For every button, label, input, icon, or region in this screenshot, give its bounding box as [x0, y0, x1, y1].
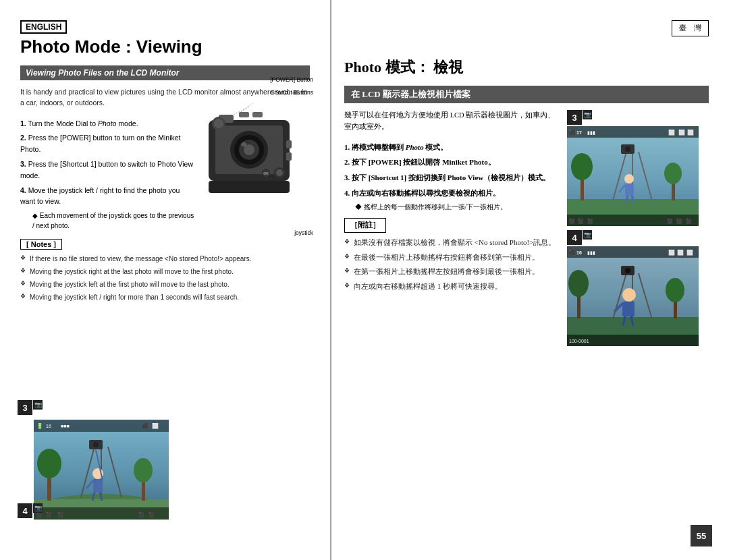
svg-text:⬛: ⬛: [676, 218, 682, 224]
svg-rect-8: [239, 112, 249, 117]
photo-4-container: 4 📷: [18, 503, 43, 518]
svg-text:🔋: 🔋: [36, 422, 43, 429]
right-steps: 1. 將模式轉盤轉到 Photo 模式。 2. 按下 [POWER] 按鈕以開啓…: [344, 141, 557, 213]
photo-frame-3-right: ⬛ 17 ▮▮▮ ⬜ ⬜ ⬜ ⬛ ⬛ ⬛ ⬛ ⬛: [567, 126, 699, 226]
camera-diagram: [POWER] Button Shortcut Buttons: [195, 74, 313, 236]
taiwan-badge: 臺 灣: [672, 20, 709, 36]
right-intro: 幾乎可以在任何地方方便地使用 LCD 顯示器檢視圖片，如車內、室內或室外。: [344, 110, 557, 133]
svg-text:⬜: ⬜: [152, 422, 159, 429]
svg-text:▮▮▮: ▮▮▮: [587, 130, 595, 135]
notes-header-left: [ Notes ]: [20, 239, 62, 250]
svg-point-11: [214, 119, 223, 128]
svg-text:⬜: ⬜: [678, 129, 685, 136]
svg-point-84: [568, 270, 589, 297]
svg-line-20: [241, 103, 252, 112]
photo-svg-4-right: ⬛ 16 ▮▮▮ ⬜ ⬜ ⬜ 100-0001: [567, 246, 699, 346]
svg-rect-13: [286, 140, 292, 148]
right-step-1: 1. 將模式轉盤轉到 Photo 模式。: [344, 141, 557, 154]
svg-rect-63: [625, 184, 634, 196]
svg-text:16: 16: [46, 424, 51, 428]
svg-text:▮▮▮: ▮▮▮: [587, 250, 595, 255]
svg-text:⬛: ⬛: [57, 511, 63, 517]
svg-text:⬛: ⬛: [46, 511, 52, 517]
svg-text:⬜: ⬜: [687, 129, 694, 136]
svg-text:17: 17: [576, 130, 582, 135]
shortcut-label: Shortcut Buttons: [195, 87, 313, 99]
right-note-1: 如果沒有儲存檔案以檢視，將會顯示 <No stored Photo!>訊息。: [344, 237, 557, 249]
svg-point-91: [625, 268, 630, 273]
right-step-4: 4. 向左或向右移動搖桿以尋找您要檢視的相片。: [344, 187, 557, 200]
step-4-sub: ◆ Each movement of the joystick goes to …: [20, 211, 195, 231]
step-2-num: 2.: [20, 134, 26, 142]
counter-text: 100-0001: [569, 339, 589, 343]
svg-point-61: [625, 146, 630, 152]
photo-frame-3: 🔋 16 ■■■ ⬛ ⬜ ⬛ ⬛ ⬛ ⬛ ⬛: [34, 420, 169, 520]
svg-text:⬛: ⬛: [142, 422, 148, 429]
svg-point-86: [666, 278, 684, 302]
step-1: 1. Turn the Mode Dial to Photo mode.: [20, 118, 195, 130]
right-photo-3: 3 📷: [567, 110, 709, 226]
step-2: 2. Press the [POWER] button to turn on t…: [20, 132, 195, 155]
svg-point-25: [37, 449, 61, 478]
svg-text:OK: OK: [263, 171, 269, 175]
right-cam-icon-4: 📷: [583, 230, 592, 240]
right-note-2: 在最後一張相片上移動搖桿右按鈕將會移到第一張相片。: [344, 252, 557, 264]
right-photo-4: 4 📷: [567, 230, 709, 346]
notes-header-right: ［附註］: [344, 218, 386, 233]
photo-3-svg: 🔋 16 ■■■ ⬛ ⬜ ⬛ ⬛ ⬛ ⬛ ⬛: [34, 420, 169, 520]
page-title-right: Photo 模式： 檢視: [344, 57, 709, 78]
right-column: 臺 灣 Photo 模式： 檢視 在 LCD 顯示器上檢視相片檔案 幾乎可以在任…: [331, 0, 729, 560]
right-main-content: 幾乎可以在任何地方方便地使用 LCD 顯示器檢視圖片，如車內、室內或室外。 1.…: [344, 110, 709, 346]
right-step-4-sub: ◆ 搖桿上的每一個動作將移到上一張/下一張相片。: [344, 202, 557, 213]
svg-text:⬛: ⬛: [667, 218, 673, 224]
svg-text:⬛: ⬛: [569, 249, 576, 256]
right-step-3: 3. 按下 [Shortcut 1] 按鈕切換到 Photo View（檢視相片…: [344, 171, 557, 184]
camera-svg: OK: [195, 100, 303, 235]
svg-text:16: 16: [576, 250, 582, 255]
svg-rect-93: [622, 302, 634, 316]
step-4: 4. Move the joystick left / right to fin…: [20, 185, 195, 208]
right-note-3: 在第一張相片上移動搖桿左按鈕將會移到最後一張相片。: [344, 266, 557, 278]
notes-box-left: [ Notes ] If there is no file stored to …: [20, 239, 310, 302]
note-2: Moving the joystick right at the last ph…: [20, 267, 290, 277]
right-photo-4-num: 4: [567, 230, 582, 245]
photo-3-badge: 3: [18, 400, 32, 415]
page-title-left: Photo Mode : Viewing: [20, 36, 310, 57]
svg-text:⬜: ⬜: [668, 249, 675, 256]
section-bar-right: 在 LCD 顯示器上檢視相片檔案: [344, 86, 709, 103]
svg-text:■■■: ■■■: [61, 424, 70, 428]
photo-frame-4-right: ⬛ 16 ▮▮▮ ⬜ ⬜ ⬜ 100-0001: [567, 246, 699, 346]
camera-icon-4: 📷: [33, 503, 43, 513]
svg-rect-12: [209, 181, 290, 193]
svg-rect-14: [286, 152, 292, 161]
svg-text:⬛: ⬛: [138, 511, 144, 517]
right-step-2: 2. 按下 [POWER] 按鈕以開啓 Miniket Photo。: [344, 156, 557, 169]
svg-text:⬛: ⬛: [587, 218, 593, 224]
svg-text:⬛: ⬛: [686, 218, 692, 224]
right-note-4: 向左或向右移動搖桿超過 1 秒將可快速搜尋。: [344, 281, 557, 293]
svg-point-32: [93, 442, 99, 447]
right-image-column: 3 📷: [567, 110, 709, 346]
svg-text:⬛: ⬛: [569, 218, 575, 224]
svg-text:⬜: ⬜: [677, 249, 684, 256]
photo-svg-3-right: ⬛ 17 ▮▮▮ ⬜ ⬜ ⬜ ⬛ ⬛ ⬛ ⬛ ⬛: [567, 126, 699, 226]
svg-rect-39: [34, 420, 169, 432]
camera-icon-3: 📷: [33, 400, 43, 410]
step-4-num: 4.: [20, 186, 26, 194]
right-text-column: 幾乎可以在任何地方方便地使用 LCD 顯示器檢視圖片，如車內、室內或室外。 1.…: [344, 110, 557, 346]
svg-rect-9: [252, 112, 263, 117]
step-3: 3. Press the [Shortcut 1] button to swit…: [20, 159, 195, 181]
right-photo-3-num: 3: [567, 110, 582, 125]
svg-text:⬛: ⬛: [569, 129, 576, 136]
notes-box-right: ［附註］ 如果沒有儲存檔案以檢視，將會顯示 <No stored Photo!>…: [344, 218, 557, 292]
svg-point-54: [571, 153, 593, 180]
note-3: Moving the joystick left at the first ph…: [20, 279, 290, 289]
right-cam-icon-3: 📷: [583, 110, 592, 119]
left-column: ENGLISH Photo Mode : Viewing Viewing Pho…: [0, 0, 331, 560]
svg-point-56: [664, 163, 682, 184]
note-4: Moving the joystick left / right for mor…: [20, 292, 290, 302]
photo-4-badge: 4: [18, 503, 32, 518]
svg-point-62: [624, 174, 634, 184]
svg-point-92: [622, 288, 636, 302]
svg-text:⬜: ⬜: [686, 249, 693, 256]
